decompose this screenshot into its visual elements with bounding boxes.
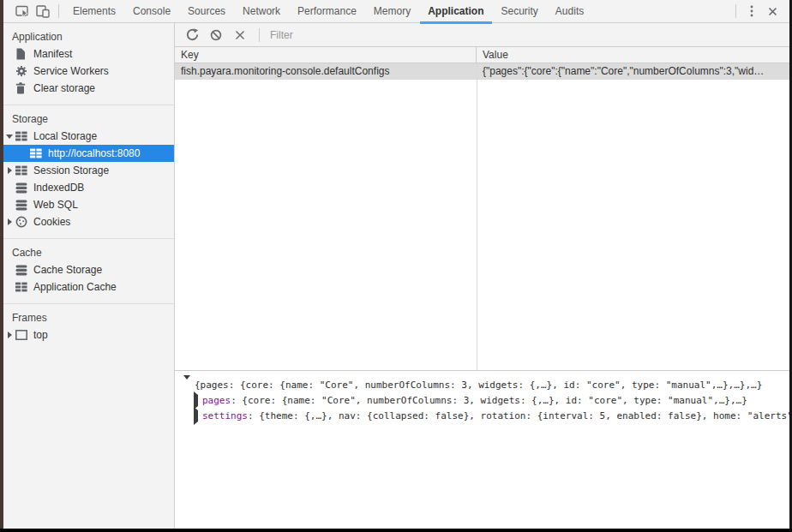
database-icon	[15, 182, 28, 194]
sidebar-item-label: Web SQL	[33, 199, 78, 211]
table-grid-icon	[15, 130, 28, 142]
expanded-arrow-icon[interactable]	[183, 380, 190, 391]
sidebar-item-cache-storage[interactable]: Cache Storage	[3, 261, 174, 278]
table-grid-icon	[15, 281, 28, 293]
preview-key: pages	[202, 395, 231, 406]
collapsed-arrow-icon[interactable]	[194, 410, 198, 421]
refresh-icon[interactable]	[182, 25, 202, 45]
section-header-storage: Storage	[3, 105, 174, 128]
sidebar-item-label: Manifest	[33, 48, 72, 60]
database-icon	[15, 199, 28, 211]
tab-console[interactable]: Console	[124, 0, 179, 23]
sidebar-item-web-sql[interactable]: Web SQL	[3, 196, 174, 213]
sidebar-item-cookies[interactable]: Cookies	[3, 213, 174, 230]
sidebar-item-indexeddb[interactable]: IndexedDB	[3, 179, 174, 196]
sidebar-item-service-workers[interactable]: Service Workers	[3, 63, 174, 80]
filter-input[interactable]	[265, 25, 786, 45]
expand-arrow-icon[interactable]	[3, 134, 15, 139]
kebab-menu-icon[interactable]	[741, 2, 762, 21]
table-row[interactable]: fish.payara.monitoring-console.defaultCo…	[175, 63, 789, 80]
sidebar-item-manifest[interactable]: Manifest	[3, 45, 174, 63]
sidebar-item-label: IndexedDB	[33, 182, 84, 194]
row-key-cell: fish.payara.monitoring-console.defaultCo…	[175, 63, 477, 80]
cookie-icon	[15, 216, 28, 228]
section-header-cache: Cache	[3, 239, 174, 261]
section-header-application: Application	[3, 23, 174, 45]
block-icon[interactable]	[206, 25, 226, 45]
application-sidebar: Application Manifest	[3, 23, 175, 529]
application-panel: Application Manifest	[3, 23, 789, 529]
expand-arrow-icon[interactable]	[3, 218, 15, 225]
window-edge-bottom	[0, 529, 792, 532]
sidebar-item-clear-storage[interactable]: Clear storage	[3, 80, 174, 97]
close-icon[interactable]	[762, 2, 783, 21]
toolbar-separator	[259, 28, 260, 42]
sidebar-item-label: Clear storage	[33, 82, 95, 94]
column-header-value[interactable]: Value	[477, 47, 789, 63]
section-header-frames: Frames	[3, 304, 174, 326]
preview-settings-line[interactable]: settings : {theme: {,…}, nav: {collapsed…	[183, 408, 789, 423]
local-storage-pane: Key Value fish.payara.monitoring-console…	[175, 23, 789, 529]
preview-text: {pages: {core: {name: "Core", numberOfCo…	[195, 380, 762, 391]
frame-icon	[15, 329, 28, 341]
value-preview-pane: {pages: {core: {name: "Core", numberOfCo…	[175, 370, 789, 529]
sidebar-item-session-storage[interactable]: Session Storage	[3, 162, 174, 179]
column-header-key[interactable]: Key	[175, 47, 477, 63]
sidebar-item-local-storage[interactable]: Local Storage	[3, 128, 174, 145]
devtools-tabbar: Elements Console Sources Network Perform…	[3, 0, 789, 23]
tab-sources[interactable]: Sources	[179, 0, 234, 23]
storage-table-header: Key Value	[175, 47, 789, 63]
tab-application[interactable]: Application	[419, 0, 492, 23]
clear-x-icon[interactable]	[230, 25, 250, 45]
table-grid-icon	[15, 164, 28, 176]
sidebar-item-label: Cache Storage	[33, 264, 102, 276]
inspect-icon[interactable]	[12, 2, 33, 21]
gear-icon	[15, 65, 28, 77]
sidebar-item-label: Application Cache	[33, 281, 117, 293]
preview-text: : {theme: {,…}, nav: {collapsed: false},…	[248, 410, 789, 421]
preview-key: settings	[202, 410, 248, 421]
tab-memory[interactable]: Memory	[365, 0, 419, 23]
tab-audits[interactable]: Audits	[547, 0, 592, 23]
sidebar-item-top-frame[interactable]: top	[3, 326, 174, 344]
tab-security[interactable]: Security	[493, 0, 547, 23]
tab-performance[interactable]: Performance	[289, 0, 365, 23]
preview-text: : {core: {name: "Core", numberOfColumns:…	[231, 395, 747, 406]
devtools-app: Elements Console Sources Network Perform…	[3, 0, 789, 529]
sidebar-item-localhost-8080[interactable]: http://localhost:8080	[3, 145, 174, 162]
storage-table-body: fish.payara.monitoring-console.defaultCo…	[175, 63, 789, 370]
sidebar-item-label: Cookies	[33, 216, 70, 228]
preview-root-line[interactable]: {pages: {core: {name: "Core", numberOfCo…	[183, 377, 789, 392]
tab-network[interactable]: Network	[234, 0, 289, 23]
device-toolbar-icon[interactable]	[33, 2, 53, 21]
expand-arrow-icon[interactable]	[3, 167, 15, 174]
devtools-window: Elements Console Sources Network Perform…	[0, 0, 792, 532]
manifest-file-icon	[15, 48, 28, 60]
sidebar-item-label: http://localhost:8080	[48, 147, 140, 159]
database-icon	[15, 264, 28, 276]
sidebar-item-label: Service Workers	[33, 65, 109, 77]
column-divider[interactable]	[477, 63, 477, 370]
sidebar-item-label: Local Storage	[33, 130, 97, 142]
sidebar-item-application-cache[interactable]: Application Cache	[3, 278, 174, 296]
expand-arrow-icon[interactable]	[3, 332, 15, 338]
tabbar-right-separator	[735, 4, 736, 18]
sidebar-item-label: Session Storage	[33, 164, 109, 176]
tab-elements[interactable]: Elements	[64, 0, 124, 23]
sidebar-item-label: top	[33, 329, 48, 341]
collapsed-arrow-icon[interactable]	[194, 395, 198, 406]
storage-toolbar	[175, 23, 789, 47]
row-value-cell: {"pages":{"core":{"name":"Core","numberO…	[477, 63, 789, 80]
tabbar-separator	[58, 4, 59, 18]
table-grid-icon	[30, 147, 43, 159]
preview-pages-line[interactable]: pages : {core: {name: "Core", numberOfCo…	[183, 392, 789, 408]
trash-icon	[15, 82, 28, 94]
